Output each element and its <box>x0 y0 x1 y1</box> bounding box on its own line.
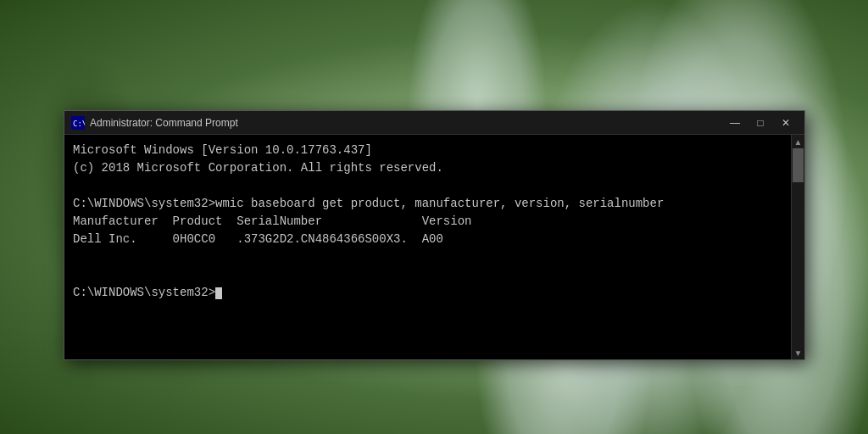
cmd-content[interactable]: Microsoft Windows [Version 10.0.17763.43… <box>64 135 791 359</box>
scrollbar-track[interactable] <box>792 148 804 346</box>
window-title: Administrator: Command Prompt <box>90 117 723 129</box>
line6: Dell Inc. 0H0CC0 .373G2D2.CN4864366S00X3… <box>73 232 443 246</box>
line2: (c) 2018 Microsoft Corporation. All righ… <box>73 161 443 175</box>
line1: Microsoft Windows [Version 10.0.17763.43… <box>73 143 372 157</box>
svg-text:C:\: C:\ <box>73 120 85 128</box>
cmd-body: Microsoft Windows [Version 10.0.17763.43… <box>64 135 804 359</box>
scroll-down-arrow[interactable]: ▼ <box>792 346 805 359</box>
scroll-up-arrow[interactable]: ▲ <box>792 135 805 148</box>
maximize-button[interactable]: □ <box>748 114 772 131</box>
minimize-button[interactable]: — <box>723 114 747 131</box>
window-controls: — □ ✕ <box>723 114 798 131</box>
line9: C:\WINDOWS\system32> <box>73 286 215 299</box>
cursor <box>215 287 222 299</box>
terminal-output: Microsoft Windows [Version 10.0.17763.43… <box>73 142 782 302</box>
scrollbar-thumb[interactable] <box>793 148 804 182</box>
cmd-window: C:\ Administrator: Command Prompt — □ ✕ … <box>64 110 805 360</box>
cmd-icon: C:\ <box>71 116 85 130</box>
line5: Manufacturer Product SerialNumber Versio… <box>73 214 471 228</box>
title-bar: C:\ Administrator: Command Prompt — □ ✕ <box>64 111 804 135</box>
scrollbar[interactable]: ▲ ▼ <box>791 135 804 359</box>
line4: C:\WINDOWS\system32>wmic baseboard get p… <box>73 197 664 210</box>
close-button[interactable]: ✕ <box>774 114 798 131</box>
